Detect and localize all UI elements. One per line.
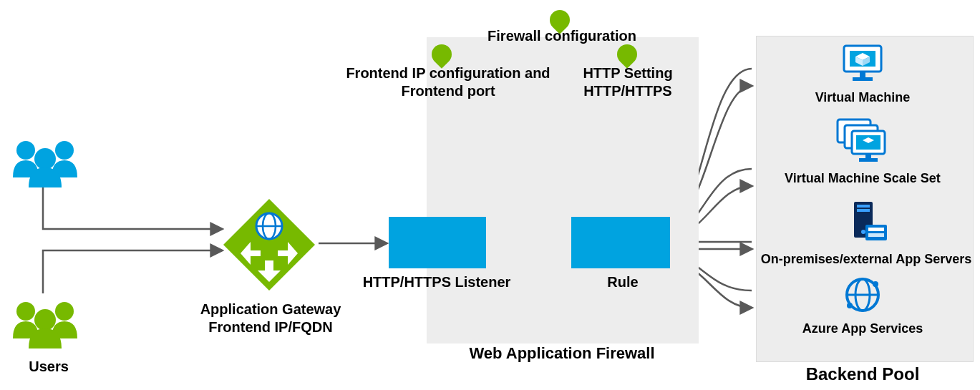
http-setting-line1: HTTP Setting [583,65,672,81]
svg-point-36 [847,303,853,308]
appgw-label: Application Gateway Frontend IP/FQDN [185,301,356,336]
svg-rect-17 [853,77,873,81]
users-icon-bottom [6,297,84,351]
svg-point-35 [873,281,878,287]
server-icon [841,200,891,245]
http-setting-label: HTTP Setting HTTP/HTTPS [567,64,689,100]
users-icon-top [6,136,84,190]
vmss-icon [835,118,891,164]
backend-item-vmss: Virtual Machine Scale Set [759,118,966,186]
vm-icon [840,43,886,83]
svg-rect-16 [860,72,865,77]
application-gateway-icon [219,195,319,295]
frontend-ip-label: Frontend IP configuration and Frontend p… [334,64,563,100]
svg-point-2 [34,148,56,170]
svg-point-3 [16,302,35,321]
backend-item-onprem-label: On-premises/external App Servers [759,252,974,267]
app-services-icon [841,276,884,314]
backend-pool-title: Backend Pool [759,364,966,385]
appgw-label-line1: Application Gateway [200,301,341,317]
svg-point-5 [34,309,56,331]
backend-item-vmss-label: Virtual Machine Scale Set [759,171,966,186]
rule-label: Rule [587,273,659,291]
appgw-label-line2: Frontend IP/FQDN [208,319,332,335]
svg-rect-26 [857,205,870,208]
http-setting-line2: HTTP/HTTPS [583,83,671,99]
svg-point-4 [55,302,74,321]
backend-item-onprem: On-premises/external App Servers [759,200,974,267]
svg-rect-23 [865,154,871,158]
svg-point-0 [16,141,35,160]
frontend-ip-line1: Frontend IP configuration and [346,65,550,81]
backend-item-vm: Virtual Machine [759,43,966,105]
users-label: Users [13,358,84,376]
svg-rect-27 [857,209,870,212]
svg-rect-31 [868,233,884,237]
diagram-canvas: Users Application Gateway Frontend IP/FQ… [0,0,980,390]
listener-box [389,217,486,268]
svg-rect-24 [859,158,878,162]
backend-item-appsvc: Azure App Services [759,276,966,336]
backend-item-vm-label: Virtual Machine [759,90,966,105]
arrow-users-bottom-to-appgw [43,250,222,293]
firewall-config-label: Firewall configuration [458,27,666,45]
backend-item-appsvc-label: Azure App Services [759,321,966,336]
rule-box [571,217,670,268]
arrow-users-top-to-appgw [43,186,222,229]
svg-rect-29 [865,225,887,240]
waf-title: Web Application Firewall [430,343,694,364]
listener-label: HTTP/HTTPS Listener [351,273,523,291]
svg-rect-30 [868,228,884,231]
svg-point-1 [55,141,74,160]
svg-point-28 [861,230,865,234]
frontend-ip-line2: Frontend port [401,83,495,99]
